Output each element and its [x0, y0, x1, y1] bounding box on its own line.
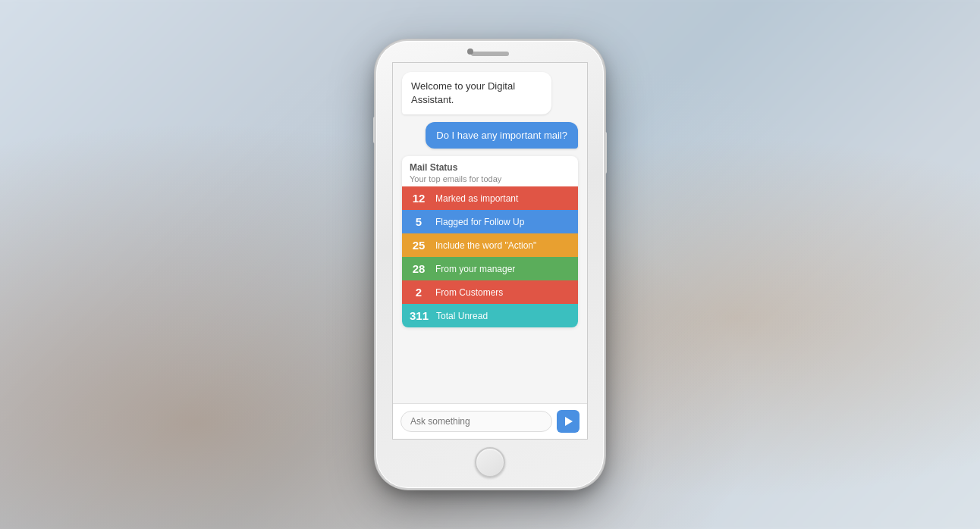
- home-button[interactable]: [475, 447, 505, 477]
- chat-input[interactable]: [400, 411, 552, 432]
- phone-top-bar: [376, 41, 604, 62]
- mail-row-label: Total Unread: [436, 311, 488, 321]
- phone-screen: Welcome to your Digital Assistant. Do I …: [392, 62, 588, 440]
- mail-row: 25Include the word "Action": [402, 233, 578, 257]
- mail-rows: 12Marked as important5Flagged for Follow…: [402, 186, 578, 327]
- phone-frame: Welcome to your Digital Assistant. Do I …: [376, 41, 604, 488]
- mail-status-title: Mail Status: [410, 162, 570, 173]
- mail-status-card: Mail Status Your top emails for today 12…: [402, 156, 578, 327]
- send-button[interactable]: [557, 410, 580, 433]
- mail-row-label: From your manager: [435, 264, 515, 274]
- mail-row-count: 2: [410, 286, 428, 299]
- send-icon: [565, 417, 573, 426]
- welcome-bubble: Welcome to your Digital Assistant.: [402, 72, 551, 114]
- phone-bottom: [475, 440, 505, 488]
- mail-status-subtitle: Your top emails for today: [410, 174, 570, 183]
- phone-camera: [467, 49, 473, 55]
- mail-row-count: 311: [410, 309, 429, 322]
- mail-row: 28From your manager: [402, 257, 578, 280]
- input-area: [393, 403, 587, 439]
- phone-speaker: [471, 52, 509, 56]
- chat-area[interactable]: Welcome to your Digital Assistant. Do I …: [393, 63, 587, 403]
- mail-row-count: 12: [410, 192, 428, 205]
- mail-row-label: From Customers: [435, 287, 503, 298]
- mail-row: 311Total Unread: [402, 304, 578, 327]
- mail-row-count: 28: [410, 262, 428, 275]
- mail-row-label: Include the word "Action": [435, 240, 536, 251]
- user-question-bubble: Do I have any important mail?: [426, 122, 578, 149]
- mail-row: 5Flagged for Follow Up: [402, 210, 578, 233]
- mail-row: 12Marked as important: [402, 186, 578, 210]
- mail-row-count: 25: [410, 239, 428, 252]
- mail-card-header: Mail Status Your top emails for today: [402, 156, 578, 186]
- mail-row-label: Flagged for Follow Up: [435, 217, 524, 227]
- mail-row-label: Marked as important: [435, 193, 518, 204]
- mail-row: 2From Customers: [402, 280, 578, 304]
- mail-row-count: 5: [410, 215, 428, 228]
